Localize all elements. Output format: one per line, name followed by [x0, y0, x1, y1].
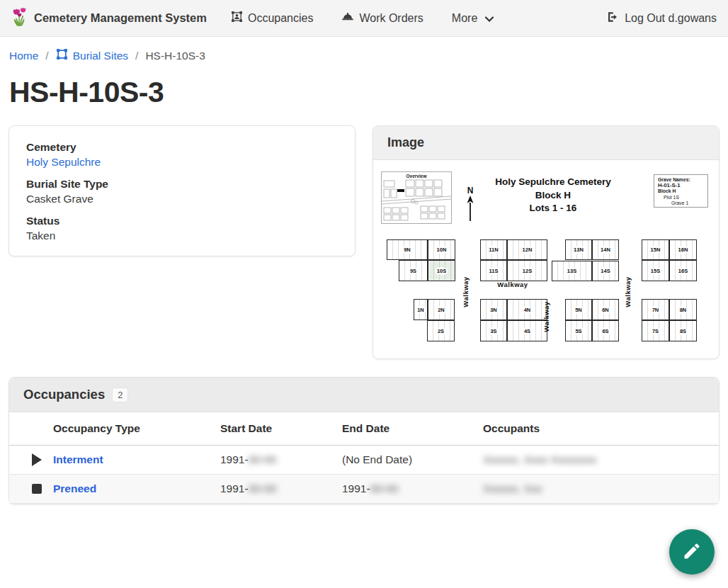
map-cell-16N: 16N — [669, 239, 697, 260]
nav-item-more[interactable]: More — [452, 12, 494, 25]
map-cell-6S: 6S — [592, 320, 619, 341]
map-cell-4S: 4S — [507, 320, 547, 341]
grave-number: Grave 1 — [658, 200, 707, 206]
map-overview-inset: Overview — [381, 171, 452, 224]
map-cell-7S: 7S — [642, 320, 669, 341]
map-cell-7N: 7N — [642, 299, 669, 320]
nav-item-label: Work Orders — [359, 12, 423, 25]
breadcrumb-burial-sites-link[interactable]: Burial Sites — [56, 48, 128, 63]
occupancies-card: Occupancies 2 Occupancy Type Start Date … — [8, 377, 720, 504]
grave-block: Block H — [658, 188, 707, 194]
start-date-cell: 1991-00-00 — [220, 453, 342, 466]
map-cell-14N: 14N — [592, 239, 619, 260]
occupancies-count-badge: 2 — [112, 388, 128, 402]
occupants-redacted-text: Xxxxxx, Xxx — [483, 482, 542, 494]
map-cell-4N: 4N — [507, 299, 547, 320]
page-title: HS-H-10S-3 — [9, 76, 728, 109]
map-cell-12S: 12S — [507, 260, 547, 281]
map-cell-3N: 3N — [480, 299, 507, 320]
cemetery-block-map: Overview — [380, 166, 712, 351]
grave-name: H-01-S-1 — [658, 183, 707, 188]
map-cell-13N: 13N — [565, 239, 592, 260]
breadcrumb-home-link[interactable]: Home — [9, 50, 38, 62]
hardhat-icon — [341, 11, 354, 26]
breadcrumb-current: HS-H-10S-3 — [145, 50, 205, 62]
map-cell-5N: 5N — [565, 299, 592, 320]
start-date-cell: 1991-00-00 — [220, 482, 342, 495]
edit-fab-button[interactable] — [669, 529, 715, 575]
top-navbar: Cemetery Management System Occupancies W — [0, 0, 728, 37]
map-cell-12N: 12N — [507, 239, 547, 260]
breadcrumb-separator: / — [135, 50, 138, 62]
cemetery-link[interactable]: Holy Sepulchre — [26, 156, 101, 168]
burial-site-type-value: Casket Grave — [26, 193, 338, 205]
logout-icon — [606, 11, 619, 26]
column-header-start-date: Start Date — [220, 422, 342, 435]
table-header-row: Occupancy Type Start Date End Date Occup… — [9, 412, 719, 446]
grave-names-box: Grave Names: H-01-S-1 Block H Plot 1S Gr… — [654, 174, 708, 208]
cards-row: Cemetery Holy Sepulchre Burial Site Type… — [8, 125, 720, 359]
walkway-label: Walkway — [542, 287, 554, 346]
map-cell-9S: 9S — [399, 260, 428, 281]
status-value: Taken — [26, 230, 338, 242]
map-cell-15S: 15S — [642, 260, 669, 281]
brand-title: Cemetery Management System — [34, 11, 207, 25]
burial-site-icon — [56, 48, 68, 63]
end-date-cell: (No End Date) — [342, 453, 483, 466]
occupancies-icon — [231, 11, 243, 26]
map-title-line: Lots 1 - 16 — [472, 202, 635, 215]
map-cell-9N: 9N — [387, 239, 428, 260]
map-title-line: Holy Sepulchre Cemetery — [472, 176, 635, 189]
nav-item-label: Occupancies — [248, 12, 314, 25]
field-label-burial-site-type: Burial Site Type — [26, 178, 338, 191]
table-row: Preneed 1991-00-00 1991-00-00 Xxxxxx, Xx… — [9, 475, 719, 504]
field-label-status: Status — [26, 215, 338, 227]
map-cell-11S: 11S — [480, 260, 507, 281]
nav-item-occupancies[interactable]: Occupancies — [231, 11, 314, 26]
column-header-occupants: Occupants — [483, 422, 719, 435]
logout-button[interactable]: Log Out d.gowans — [606, 11, 717, 26]
grave-plot: Plot 1S — [658, 195, 707, 200]
occupancies-header: Occupancies 2 — [9, 378, 719, 412]
map-cell-11N: 11N — [480, 239, 507, 260]
image-card: Image Overview — [372, 125, 720, 359]
map-cell-13S: 13S — [552, 261, 592, 281]
nav-item-work-orders[interactable]: Work Orders — [341, 11, 423, 26]
map-titles: Holy Sepulchre Cemetery Block H Lots 1 -… — [472, 176, 635, 215]
image-card-body: Overview — [373, 160, 719, 358]
map-cell-2N: 2N — [428, 299, 455, 320]
map-cell-14S: 14S — [592, 261, 619, 281]
play-icon — [32, 453, 42, 466]
occupancy-type-link[interactable]: Preneed — [53, 482, 96, 494]
walkway-label: Walkway — [624, 262, 635, 322]
nav-item-label: More — [452, 12, 477, 25]
map-cell-10N: 10N — [428, 239, 455, 260]
occupancies-title: Occupancies — [23, 387, 105, 402]
tulip-logo-icon — [11, 6, 28, 30]
map-cell-8N: 8N — [669, 299, 697, 320]
breadcrumb-label: Burial Sites — [73, 50, 128, 62]
stop-icon — [32, 484, 42, 494]
brand[interactable]: Cemetery Management System — [11, 6, 207, 30]
column-header-occupancy-type: Occupancy Type — [53, 422, 220, 435]
map-cell-6N: 6N — [592, 299, 619, 320]
walkway-label: Walkway — [483, 281, 542, 292]
table-row: Interment 1991-00-00 (No End Date) Xxxxx… — [9, 446, 719, 475]
redacted-text: 00-00 — [249, 482, 277, 494]
map-cell-16S: 16S — [669, 260, 697, 281]
redacted-text: 00-00 — [370, 482, 399, 494]
map-cell-1N: 1N — [414, 299, 428, 320]
map-cell-8S: 8S — [669, 320, 697, 341]
details-card: Cemetery Holy Sepulchre Burial Site Type… — [8, 125, 356, 256]
column-header-end-date: End Date — [342, 422, 483, 435]
occupancy-type-link[interactable]: Interment — [53, 453, 103, 465]
occupancies-table: Occupancy Type Start Date End Date Occup… — [9, 412, 719, 504]
map-cell-3S: 3S — [480, 320, 507, 341]
field-label-cemetery: Cemetery — [26, 141, 338, 154]
end-date-cell: 1991-00-00 — [342, 482, 483, 495]
redacted-text: 00-00 — [249, 453, 277, 465]
logout-label: Log Out d.gowans — [625, 12, 717, 25]
breadcrumb: Home / Burial Sites / HS-H-10S-3 — [0, 37, 728, 72]
map-overview-sketch — [382, 179, 451, 223]
occupants-redacted-text: Xxxxxx, Xxxx Xxxxxxxx — [483, 453, 596, 465]
